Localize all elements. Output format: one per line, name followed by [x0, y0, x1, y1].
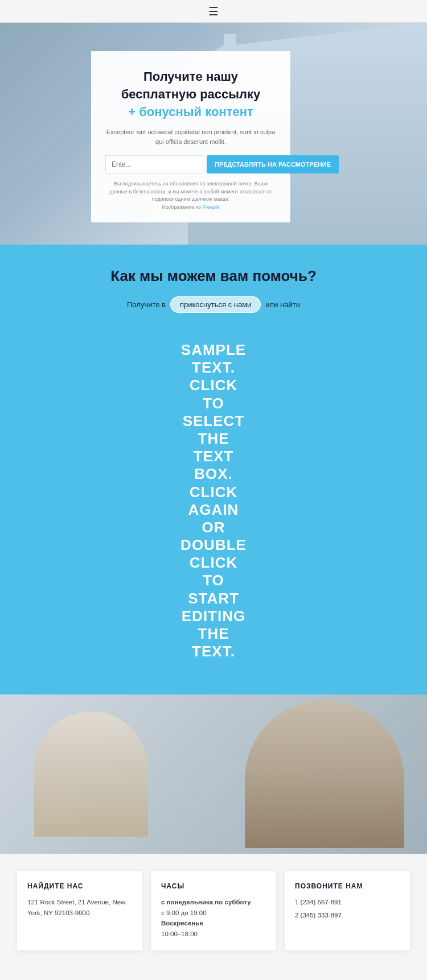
hours-card: ЧАСЫ с понедельника по субботу с 9:00 до… — [151, 871, 276, 950]
sample-text-line17: THE — [198, 625, 229, 642]
call-us-card: ПОЗВОНИТЕ НАМ 1 (234) 567-891 2 (345) 33… — [285, 871, 410, 950]
sample-text-line13: CLICK — [190, 554, 237, 571]
photo-section — [0, 694, 427, 854]
hero-subtitle: Excepteur sint occaecat cupidatat non pr… — [105, 127, 276, 146]
sample-text-line16: EDITING — [182, 607, 245, 625]
hours-sunday-times: 10:00–18:00 — [161, 931, 198, 937]
hero-title: Получите нашу бесплатную рассылку + бону… — [105, 68, 276, 121]
person-right-graphic — [245, 700, 404, 848]
sample-text-line6: THE — [198, 430, 229, 447]
sample-text-line10: AGAIN — [188, 501, 239, 518]
hours-weekdays: с понедельника по субботу — [161, 899, 251, 905]
cards-section: НАЙДИТЕ НАС 121 Rock Street, 21 Avenue, … — [0, 854, 427, 967]
hero-section: Получите нашу бесплатную рассылку + бону… — [0, 23, 427, 245]
sample-text-line14: TO — [203, 572, 224, 589]
sample-text-line3: CLICK — [190, 377, 237, 394]
sample-text-line1: SAMPLE — [181, 341, 246, 358]
find-us-card: НАЙДИТЕ НАС 121 Rock Street, 21 Avenue, … — [17, 871, 142, 950]
sample-text-line5: SELECT — [183, 412, 245, 429]
help-prefix: Получите в — [127, 300, 166, 309]
hours-title: ЧАСЫ — [161, 882, 266, 890]
sample-text-block[interactable]: SAMPLE TEXT. CLICK TO SELECT THE TEXT BO… — [17, 330, 410, 683]
call-us-phones: 1 (234) 567-891 2 (345) 333-897 — [295, 897, 400, 920]
find-us-title: НАЙДИТЕ НАС — [27, 882, 132, 890]
contact-button[interactable]: прикоснуться с нами — [170, 296, 261, 313]
hamburger-icon[interactable]: ☰ — [208, 5, 219, 18]
help-suffix: или найти — [265, 300, 300, 309]
sample-text-line15: START — [188, 590, 239, 607]
sample-text-line7: TEXT — [194, 448, 233, 465]
hero-card: Получите нашу бесплатную рассылку + бону… — [91, 51, 290, 222]
sample-text-line2: TEXT. — [192, 359, 235, 376]
find-us-address: 121 Rock Street, 21 Avenue, New York, NY… — [27, 897, 132, 918]
submit-button[interactable]: ПРЕДСТАВЛЯТЬ НА РАССМОТРЕНИЕ — [207, 155, 339, 173]
call-us-title: ПОЗВОНИТЕ НАМ — [295, 882, 400, 890]
sample-text-line18: TEXT. — [192, 643, 235, 660]
hero-disclaimer: Вы подписываетесь на обновления по элект… — [105, 180, 276, 211]
phone-2[interactable]: 2 (345) 333-897 — [295, 910, 400, 920]
hero-form: ПРЕДСТАВЛЯТЬ НА РАССМОТРЕНИЕ — [105, 155, 276, 173]
sample-text-line4: TO — [203, 395, 224, 412]
sample-text-line9: CLICK — [190, 483, 237, 501]
person-left-graphic — [34, 712, 148, 837]
hours-sunday-label: Воскресенье — [161, 920, 203, 927]
help-section: Как мы можем вам помочь? Получите в прик… — [0, 245, 427, 694]
hero-title-bonus: + бонусный контент — [128, 105, 253, 119]
sample-text-line8: BOX. — [194, 465, 233, 482]
help-title: Как мы можем вам помочь? — [17, 267, 410, 285]
sample-text-line12: DOUBLE — [180, 536, 247, 553]
email-input[interactable] — [105, 155, 203, 173]
freepik-link[interactable]: Freepik — [202, 204, 219, 210]
navigation-bar: ☰ — [0, 0, 427, 23]
phone-1[interactable]: 1 (234) 567-891 — [295, 897, 400, 907]
sample-text-line11: OR — [202, 519, 225, 536]
help-subtitle-row: Получите в прикоснуться с нами или найти — [17, 296, 410, 313]
hours-weekday-times: с 9:00 до 19:00 — [161, 909, 207, 916]
hours-content: с понедельника по субботу с 9:00 до 19:0… — [161, 897, 266, 939]
search-section: Мы искали сверху и снизу, но не смогли н… — [0, 967, 427, 980]
